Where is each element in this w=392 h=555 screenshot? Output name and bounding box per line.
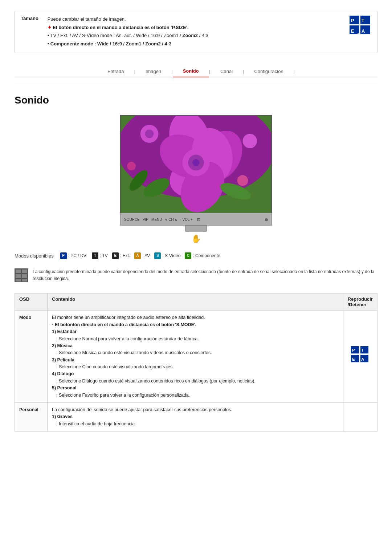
svg-rect-29 xyxy=(16,270,21,273)
tv-image-section: SOURCE PIP MENU ∨ CH ∧ - VOL + ⊡ ✋ xyxy=(15,115,377,244)
table-row-personal: Personal La configuración del sonido se … xyxy=(15,402,377,431)
mode-tv: T : TV xyxy=(92,252,108,259)
badge-a: A xyxy=(134,252,141,259)
tv-power-dot xyxy=(265,218,268,221)
table-header-row: OSD Contenido Reproducir/Detener xyxy=(15,293,377,311)
info-line-4: • Componente mode : Wide / 16:9 / Zoom1 … xyxy=(48,40,208,48)
badge-c: C xyxy=(185,252,191,259)
mode-av: A : AV xyxy=(134,252,150,259)
tv-stand xyxy=(185,226,207,232)
logo-icon-top: P T E A S xyxy=(350,16,371,36)
badge-p: P xyxy=(60,252,67,259)
tab-configuracion[interactable]: Configuración xyxy=(244,66,293,77)
mode-av-label: : AV xyxy=(142,253,150,258)
modo-line-10: : Seleccione Diálogo cuando esté visuali… xyxy=(56,378,339,385)
tamano-label: Tamaño xyxy=(21,16,46,21)
svg-text:S: S xyxy=(357,32,360,35)
page-title: Sonido xyxy=(15,94,377,106)
svg-rect-34 xyxy=(22,279,27,281)
source-label: SOURCE xyxy=(124,218,140,222)
svg-text:P: P xyxy=(351,18,354,23)
row-logo-modo: P T E A S C xyxy=(343,311,377,403)
main-table: OSD Contenido Reproducir/Detener Modo El… xyxy=(15,293,377,432)
personal-line-3: : Intensifica el audio de baja frecuenci… xyxy=(56,421,339,428)
note-section: La configuración predeterminada puede va… xyxy=(15,265,377,286)
modo-line-6: : Seleccione Música cuando esté visualiz… xyxy=(56,349,339,356)
mode-tv-label: : TV xyxy=(100,253,108,258)
hand-icon: ✋ xyxy=(120,234,272,244)
mute-icon: ⊡ xyxy=(197,217,200,222)
mode-svideo: S : S-Vídeo xyxy=(154,252,180,259)
header-reproducir: Reproducir/Detener xyxy=(343,293,377,311)
ch-label: ∨ CH ∧ xyxy=(165,218,177,222)
row-content-personal: La configuración del sonido se puede aju… xyxy=(48,402,343,431)
note-text: La configuración predeterminada puede va… xyxy=(33,268,377,282)
svg-point-27 xyxy=(127,162,136,171)
badge-s: S xyxy=(154,252,161,259)
modo-line-3: 1) Estándar xyxy=(52,328,339,335)
row-header-personal: Personal xyxy=(15,402,48,431)
svg-text:T: T xyxy=(362,18,364,23)
row-header-modo: Modo xyxy=(15,311,48,403)
svg-text:E: E xyxy=(351,28,354,34)
tv-body: SOURCE PIP MENU ∨ CH ∧ - VOL + ⊡ xyxy=(120,213,272,226)
modo-line-2: - El botóntón directo en el mando a dist… xyxy=(52,321,339,328)
modo-line-9: 4) Diálogo xyxy=(52,370,339,377)
mode-pc-dvi: P : PC / DVI xyxy=(60,252,87,259)
modo-line-1: El monitor tiene un amplificador integra… xyxy=(52,314,339,321)
tab-entrada[interactable]: Entrada xyxy=(97,66,134,77)
svg-rect-30 xyxy=(22,270,27,273)
info-line-3: • TV / Ext. / AV / S-Vídeo mode : An. au… xyxy=(48,32,208,39)
modes-section: Modos disponibles P : PC / DVI T : TV E … xyxy=(15,252,377,259)
info-line-1: Puede cambiar el tamaño de imagen. xyxy=(48,16,208,23)
nav-tabs: Entrada | Imagen | Sonido | Canal | Conf… xyxy=(15,60,377,77)
personal-line-2: 1) Graves xyxy=(52,413,339,420)
tab-sonido[interactable]: Sonido xyxy=(173,65,209,77)
modo-line-7: 3) Película xyxy=(52,357,339,364)
svg-rect-32 xyxy=(22,274,27,278)
tv-screen xyxy=(120,115,272,213)
modo-line-12: : Seleccione Favorito para volver a la c… xyxy=(56,392,339,399)
svg-point-19 xyxy=(192,159,200,166)
info-line-2: ✦ El botón directo en el mando a distanc… xyxy=(48,24,208,31)
svg-text:E: E xyxy=(352,357,355,362)
top-info-content: Tamaño Puede cambiar el tamaño de imagen… xyxy=(21,16,342,48)
svg-text:A: A xyxy=(362,28,365,34)
modo-line-11: 5) Personal xyxy=(52,385,339,392)
personal-line-1: La configuración del sonido se puede aju… xyxy=(52,406,339,413)
top-info-text: Puede cambiar el tamaño de imagen. ✦ El … xyxy=(48,16,208,48)
svg-text:T: T xyxy=(361,348,364,353)
modes-label: Modos disponibles xyxy=(15,253,54,259)
tab-canal[interactable]: Canal xyxy=(210,66,243,77)
row-logo-personal xyxy=(343,402,377,431)
mode-ext-label: : Ext. xyxy=(120,253,130,258)
table-row-modo: Modo El monitor tiene un amplificador in… xyxy=(15,311,377,403)
sep-5: | xyxy=(294,69,295,74)
badge-t: T xyxy=(92,252,98,259)
pip-label: PIP xyxy=(143,218,148,222)
row-content-modo: El monitor tiene un amplificador integra… xyxy=(48,311,343,403)
mode-componente: C : Componente xyxy=(185,252,220,259)
svg-rect-31 xyxy=(16,274,21,278)
divider xyxy=(15,84,377,84)
svg-text:P: P xyxy=(352,348,355,353)
top-info-box: Tamaño Puede cambiar el tamaño de imagen… xyxy=(15,11,377,53)
modo-line-4: : Seleccione Normal para volver a la con… xyxy=(56,336,339,343)
svg-rect-33 xyxy=(16,279,21,281)
svg-text:S: S xyxy=(356,362,359,364)
svg-point-26 xyxy=(237,175,248,186)
mode-svideo-label: : S-Vídeo xyxy=(162,253,180,258)
tab-imagen[interactable]: Imagen xyxy=(135,66,171,77)
mode-componente-label: : Componente xyxy=(193,253,220,258)
svg-text:A: A xyxy=(361,357,364,362)
header-osd: OSD xyxy=(15,293,48,311)
badge-e: E xyxy=(112,252,119,259)
mode-pc-dvi-label: : PC / DVI xyxy=(68,253,87,258)
modo-line-8: : Seleccione Cine cuando esté visualizan… xyxy=(56,364,339,370)
header-contenido: Contenido xyxy=(48,293,343,311)
note-icon xyxy=(15,268,28,282)
menu-label: MENU xyxy=(151,218,162,222)
mode-ext: E : Ext. xyxy=(112,252,130,259)
tv-controls: SOURCE PIP MENU ∨ CH ∧ - VOL + ⊡ xyxy=(124,216,268,223)
tv-container: SOURCE PIP MENU ∨ CH ∧ - VOL + ⊡ ✋ xyxy=(120,115,272,244)
